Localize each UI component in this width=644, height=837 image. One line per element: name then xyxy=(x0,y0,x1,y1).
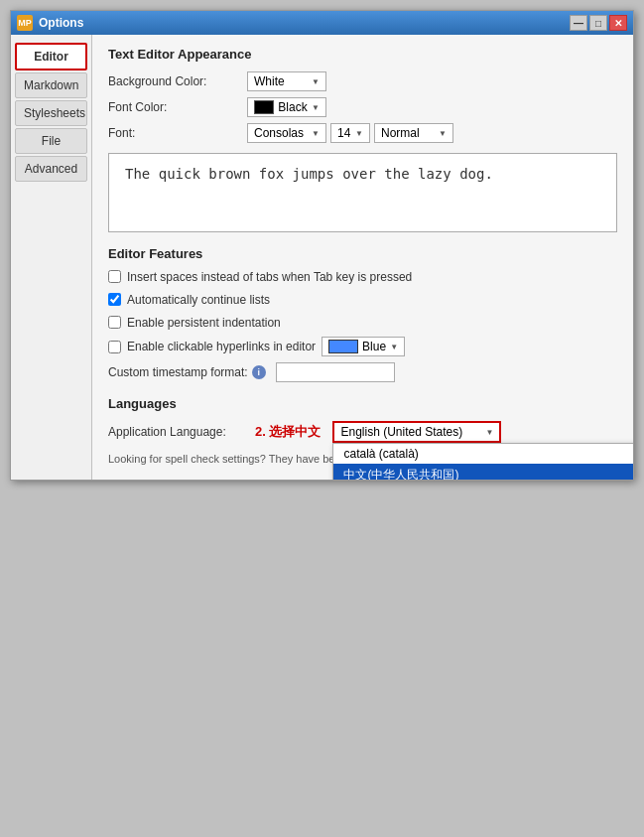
minimize-button[interactable]: — xyxy=(570,15,587,31)
font-controls: Consolas ▼ 14 ▼ Normal ▼ xyxy=(247,123,453,143)
hyperlink-color-arrow-icon: ▼ xyxy=(390,343,398,351)
font-color-label: Font Color: xyxy=(108,100,247,114)
hyperlink-color-dropdown[interactable]: Blue ▼ xyxy=(322,337,405,356)
font-label: Font: xyxy=(108,126,247,140)
sidebar: Editor Markdown Stylesheets File Advance… xyxy=(11,35,92,480)
language-list-item[interactable]: 中文(中华人民共和国) xyxy=(333,464,633,480)
font-preview: The quick brown fox jumps over the lazy … xyxy=(108,153,617,232)
font-color-arrow-icon: ▼ xyxy=(312,103,320,112)
language-arrow-icon: ▼ xyxy=(486,428,494,437)
window-controls: — □ ✕ xyxy=(570,15,627,31)
checkbox-lists-label: Automatically continue lists xyxy=(127,292,270,309)
language-list-item[interactable]: català (català) xyxy=(333,444,633,464)
checkbox-indent-row: Enable persistent indentation xyxy=(108,315,617,332)
font-size-arrow-icon: ▼ xyxy=(355,129,363,138)
sidebar-item-markdown[interactable]: Markdown xyxy=(15,72,87,98)
language-selected[interactable]: English (United States) ▼ xyxy=(332,421,501,443)
app-icon: MP xyxy=(17,15,33,31)
languages-section-title: Languages xyxy=(108,396,617,411)
features-section-title: Editor Features xyxy=(108,246,617,261)
font-name-dropdown[interactable]: Consolas ▼ xyxy=(247,123,326,143)
font-style-arrow-icon: ▼ xyxy=(439,129,447,138)
font-row: Font: Consolas ▼ 14 ▼ Normal ▼ xyxy=(108,123,617,143)
checkbox-tabs-label: Insert spaces instead of tabs when Tab k… xyxy=(127,269,412,286)
language-list: català (català)中文(中华人民共和国)中文(台灣)hrvatski… xyxy=(332,443,633,480)
main-panel: Text Editor Appearance Background Color:… xyxy=(92,35,633,480)
sidebar-item-stylesheets[interactable]: Stylesheets xyxy=(15,100,87,126)
sidebar-item-advanced[interactable]: Advanced xyxy=(15,156,87,182)
window-title: Options xyxy=(39,16,83,30)
bg-color-dropdown[interactable]: White ▼ xyxy=(247,71,326,91)
timestamp-label: Custom timestamp format: i xyxy=(108,365,266,379)
info-icon: i xyxy=(252,365,266,379)
language-dropdown-container: English (United States) ▼ català (català… xyxy=(332,421,501,443)
titlebar: MP Options — □ ✕ xyxy=(11,11,633,35)
step-label: 2. 选择中文 xyxy=(255,423,321,441)
black-color-swatch xyxy=(254,100,274,114)
checkbox-lists[interactable] xyxy=(108,293,121,306)
checkbox-indent-label: Enable persistent indentation xyxy=(127,315,281,332)
checkbox-tabs[interactable] xyxy=(108,270,121,283)
bg-color-row: Background Color: White ▼ xyxy=(108,71,617,91)
appearance-section-title: Text Editor Appearance xyxy=(108,47,617,62)
checkbox-hyperlink-row: Enable clickable hyperlinks in editor Bl… xyxy=(108,337,617,356)
close-button[interactable]: ✕ xyxy=(609,15,627,31)
timestamp-row: Custom timestamp format: i xyxy=(108,362,617,382)
font-style-dropdown[interactable]: Normal ▼ xyxy=(374,123,453,143)
app-language-label: Application Language: xyxy=(108,425,247,439)
blue-color-swatch xyxy=(328,340,358,353)
bg-color-arrow-icon: ▼ xyxy=(312,77,320,86)
maximize-button[interactable]: □ xyxy=(589,15,607,31)
options-window: MP Options — □ ✕ Editor Markdown Stylesh… xyxy=(10,10,634,481)
timestamp-input[interactable] xyxy=(276,362,395,382)
font-color-dropdown[interactable]: Black ▼ xyxy=(247,97,326,117)
checkbox-hyperlink[interactable] xyxy=(108,341,121,353)
font-size-dropdown[interactable]: 14 ▼ xyxy=(330,123,370,143)
font-name-arrow-icon: ▼ xyxy=(312,129,320,138)
font-color-row: Font Color: Black ▼ xyxy=(108,97,617,117)
sidebar-item-file[interactable]: File xyxy=(15,128,87,154)
bg-color-label: Background Color: xyxy=(108,74,247,88)
checkbox-indent[interactable] xyxy=(108,316,121,329)
checkbox-lists-row: Automatically continue lists xyxy=(108,292,617,309)
languages-section: Languages Application Language: 2. 选择中文 … xyxy=(108,396,617,468)
app-language-row: Application Language: 2. 选择中文 English (U… xyxy=(108,421,617,443)
sidebar-item-editor[interactable]: Editor xyxy=(15,43,87,70)
checkbox-hyperlink-label: Enable clickable hyperlinks in editor xyxy=(127,339,316,355)
checkbox-tabs-row: Insert spaces instead of tabs when Tab k… xyxy=(108,269,617,286)
content-area: Editor Markdown Stylesheets File Advance… xyxy=(11,35,633,480)
